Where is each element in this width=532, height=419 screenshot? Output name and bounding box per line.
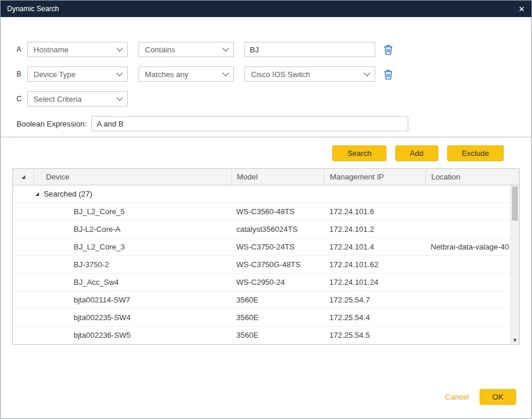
search-button[interactable]: Search bbox=[332, 145, 386, 161]
device-table: ◢ Device Model Management IP Location ◢ … bbox=[12, 168, 520, 345]
row-arrow-cell bbox=[13, 238, 34, 255]
cell-model: 3560E bbox=[231, 291, 324, 308]
group-row-searched[interactable]: ◢ Searched (27) bbox=[13, 185, 519, 203]
cell-management-ip: 172.24.101.6 bbox=[324, 203, 425, 220]
action-buttons: Search Add Exclude bbox=[332, 145, 504, 161]
table-row[interactable]: BJ-L2-Core-A catalyst356024TS 172.24.101… bbox=[13, 221, 519, 238]
exclude-button[interactable]: Exclude bbox=[447, 145, 504, 161]
close-icon[interactable]: ✕ bbox=[518, 5, 525, 13]
trash-icon bbox=[384, 48, 393, 56]
cell-device: BJ-L2-Core-A bbox=[34, 221, 231, 238]
delete-row-a-button[interactable] bbox=[384, 45, 393, 55]
value-select-b[interactable]: Cisco IOS Switch bbox=[244, 66, 375, 82]
cell-model: WS-C3560-48TS bbox=[231, 203, 324, 220]
cell-device: BJ_L2_Core_5 bbox=[34, 203, 231, 220]
scroll-down-icon[interactable]: ▼ bbox=[511, 338, 519, 343]
table-row[interactable]: BJ_L2_Core_5 WS-C3560-48TS 172.24.101.6 bbox=[13, 203, 519, 221]
cell-location bbox=[425, 291, 519, 308]
table-row[interactable]: BJ_L2_Core_3 WS-C3750-24TS 172.24.101.4 … bbox=[13, 238, 519, 256]
boolean-expression-row: Boolean Expression: bbox=[16, 116, 408, 131]
cancel-button[interactable]: Cancel bbox=[445, 393, 469, 401]
scrollbar-thumb[interactable] bbox=[512, 187, 518, 221]
cell-model: catalyst356024TS bbox=[231, 221, 324, 238]
cell-management-ip: 172.24.101.4 bbox=[324, 238, 425, 255]
cell-location bbox=[425, 256, 519, 273]
cell-device: BJ_L2_Core_3 bbox=[34, 238, 231, 255]
cell-device: BJ-3750-2 bbox=[34, 256, 231, 273]
row-arrow-cell bbox=[13, 327, 34, 344]
cell-management-ip: 172.24.101.24 bbox=[324, 274, 425, 291]
cell-model: WS-C2950-24 bbox=[231, 274, 324, 291]
row-arrow-cell bbox=[13, 221, 34, 238]
cell-model: 3560E bbox=[231, 309, 324, 326]
field-select-b[interactable]: Device Type bbox=[27, 66, 128, 82]
col-header-device[interactable]: Device bbox=[34, 169, 231, 185]
table-row[interactable]: bjta002236-SW5 3560E 172.25.54.5 bbox=[13, 327, 519, 344]
operator-select-b[interactable]: Matches any bbox=[138, 66, 234, 82]
col-header-model[interactable]: Model bbox=[231, 169, 324, 185]
cell-location bbox=[425, 309, 519, 326]
delete-row-b-button[interactable] bbox=[384, 69, 393, 79]
field-select-c-value: Select Criteria bbox=[34, 95, 82, 104]
cell-management-ip: 172.25.54.4 bbox=[324, 309, 425, 326]
add-button[interactable]: Add bbox=[395, 145, 438, 161]
criteria-label-c: C bbox=[16, 95, 27, 103]
col-header-management-ip[interactable]: Management IP bbox=[324, 169, 425, 185]
table-body: ◢ Searched (27) BJ_L2_Core_5 WS-C3560-48… bbox=[13, 185, 519, 344]
cell-device: BJ_Acc_Sw4 bbox=[34, 274, 231, 291]
row-arrow-cell bbox=[13, 203, 34, 220]
field-select-c[interactable]: Select Criteria bbox=[27, 91, 128, 107]
dynamic-search-dialog: Dynamic Search ✕ A Hostname Contains bbox=[0, 0, 532, 419]
row-arrow-cell bbox=[13, 256, 34, 273]
dialog-titlebar: Dynamic Search ✕ bbox=[1, 1, 531, 17]
row-arrow-cell bbox=[13, 309, 34, 326]
operator-select-a[interactable]: Contains bbox=[138, 42, 234, 57]
criteria-label-b: B bbox=[16, 70, 27, 78]
chevron-down-icon bbox=[116, 45, 123, 51]
cell-location bbox=[425, 274, 519, 291]
field-select-b-value: Device Type bbox=[34, 70, 75, 79]
table-row[interactable]: bjta002114-SW7 3560E 172.25.54.7 bbox=[13, 291, 519, 309]
group-expand-icon[interactable]: ◢ bbox=[35, 192, 39, 197]
col-header-location[interactable]: Location bbox=[425, 169, 519, 185]
cell-location bbox=[425, 203, 519, 220]
table-row[interactable]: BJ_Acc_Sw4 WS-C2950-24 172.24.101.24 bbox=[13, 274, 519, 291]
divider bbox=[1, 137, 531, 138]
operator-select-a-value: Contains bbox=[145, 45, 175, 54]
cell-management-ip: 172.25.54.5 bbox=[324, 327, 425, 344]
group-label: Searched (27) bbox=[44, 189, 92, 198]
field-select-a-value: Hostname bbox=[34, 45, 68, 54]
chevron-down-icon bbox=[222, 45, 229, 51]
chevron-down-icon bbox=[116, 69, 123, 76]
value-input-a[interactable] bbox=[244, 42, 375, 57]
cell-location bbox=[425, 327, 519, 344]
criteria-row-b: B Device Type Matches any Cisco IOS Swit… bbox=[16, 66, 393, 82]
criteria-row-c: C Select Criteria bbox=[16, 91, 138, 107]
dialog-title: Dynamic Search bbox=[7, 5, 59, 13]
criteria-row-a: A Hostname Contains bbox=[16, 42, 393, 57]
cell-model: WS-C3750G-48TS bbox=[231, 256, 324, 273]
collapse-all-icon: ◢ bbox=[21, 175, 25, 179]
boolean-expression-input[interactable] bbox=[91, 116, 408, 131]
cell-management-ip: 172.25.54.7 bbox=[324, 291, 425, 308]
cell-model: WS-C3750-24TS bbox=[231, 238, 324, 255]
table-scrollbar[interactable]: ▼ bbox=[510, 185, 519, 344]
row-arrow-cell bbox=[13, 274, 34, 291]
operator-select-b-value: Matches any bbox=[145, 70, 189, 79]
cell-device: bjta002235-SW4 bbox=[34, 309, 231, 326]
cell-location bbox=[425, 221, 519, 238]
cell-model: 3560E bbox=[231, 327, 324, 344]
cell-device: bjta002114-SW7 bbox=[34, 291, 231, 308]
table-row[interactable]: bjta002235-SW4 3560E 172.25.54.4 bbox=[13, 309, 519, 327]
ok-button[interactable]: OK bbox=[480, 389, 516, 405]
cell-location: Netbrai-data-valage-40 bbox=[425, 238, 519, 255]
collapse-all-button[interactable]: ◢ bbox=[13, 169, 34, 185]
table-row[interactable]: BJ-3750-2 WS-C3750G-48TS 172.24.101.62 bbox=[13, 256, 519, 274]
table-header: ◢ Device Model Management IP Location bbox=[13, 169, 519, 185]
chevron-down-icon bbox=[116, 94, 123, 101]
value-select-b-value: Cisco IOS Switch bbox=[251, 70, 310, 79]
field-select-a[interactable]: Hostname bbox=[27, 42, 128, 57]
chevron-down-icon bbox=[222, 69, 229, 76]
cell-device: bjta002236-SW5 bbox=[34, 327, 231, 344]
cell-management-ip: 172.24.101.62 bbox=[324, 256, 425, 273]
